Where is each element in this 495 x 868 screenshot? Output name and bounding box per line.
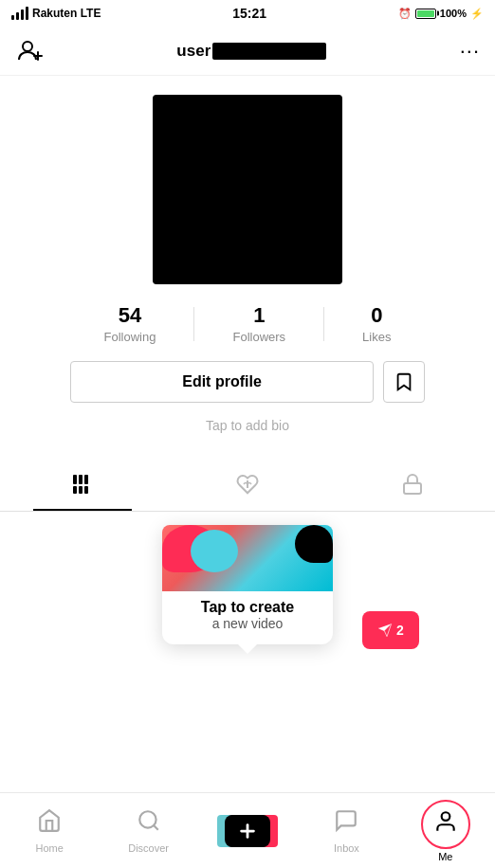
stat-followers[interactable]: 1 Followers [194, 303, 323, 344]
signal-icon [11, 7, 28, 20]
status-left: Rakuten LTE [11, 7, 101, 20]
badge-button[interactable]: 2 [362, 611, 419, 649]
me-label: Me [438, 851, 452, 862]
alarm-icon: ⏰ [398, 8, 412, 20]
following-count: 54 [119, 303, 141, 328]
carrier-label: Rakuten LTE [32, 7, 101, 20]
add-video-inner [225, 815, 270, 847]
send-icon [377, 623, 393, 638]
add-user-button[interactable] [15, 37, 44, 65]
me-icon [433, 809, 458, 840]
bookmark-icon [394, 371, 414, 392]
battery-indicator [415, 9, 436, 19]
time-label: 15:21 [232, 6, 266, 21]
svg-rect-3 [73, 475, 77, 484]
svg-rect-7 [79, 486, 82, 494]
heart-icon [236, 473, 259, 501]
create-video-tooltip[interactable]: Tap to create a new video [162, 525, 333, 644]
me-highlight-circle [421, 800, 470, 849]
nav-inbox[interactable]: Inbox [297, 801, 395, 861]
bookmark-button[interactable] [383, 361, 425, 403]
bottom-nav: Home Discover Inbox [0, 792, 495, 868]
inbox-icon [334, 808, 358, 839]
more-icon: ··· [460, 39, 480, 63]
svg-point-12 [139, 811, 156, 827]
likes-label: Likes [362, 330, 391, 344]
nav-discover[interactable]: Discover [99, 801, 197, 861]
lock-icon [401, 473, 424, 501]
svg-point-16 [441, 812, 449, 821]
home-icon [37, 808, 62, 839]
tabs-row [0, 461, 495, 512]
svg-rect-6 [73, 486, 77, 494]
discover-label: Discover [128, 842, 169, 854]
tab-liked[interactable] [165, 461, 330, 511]
username-redacted [212, 43, 326, 60]
nav-me[interactable]: Me [396, 800, 495, 862]
status-right: ⏰ 100% ⚡ [398, 8, 484, 20]
stat-following[interactable]: 54 Following [66, 303, 194, 344]
followers-label: Followers [232, 330, 285, 344]
tab-grid[interactable] [0, 461, 165, 511]
svg-rect-8 [84, 486, 88, 494]
svg-rect-4 [79, 475, 82, 484]
charging-icon: ⚡ [470, 8, 484, 20]
discover-icon [137, 808, 161, 839]
inbox-label: Inbox [334, 842, 359, 854]
tooltip-decoration [162, 525, 333, 591]
add-user-icon [15, 37, 44, 65]
tooltip-line2: a new video [181, 616, 314, 631]
svg-rect-10 [404, 483, 421, 494]
badge-count: 2 [396, 623, 404, 638]
nav-add[interactable] [198, 807, 297, 855]
more-options-button[interactable]: ··· [460, 39, 480, 63]
stats-row: 54 Following 1 Followers 0 Likes [0, 303, 495, 344]
username-area: user [44, 42, 460, 61]
tooltip-line1: Tap to create [181, 599, 314, 616]
username-prefix: user [176, 42, 211, 60]
svg-rect-5 [84, 475, 88, 484]
action-buttons: Edit profile [0, 361, 495, 403]
home-label: Home [36, 842, 64, 854]
svg-line-13 [154, 825, 158, 830]
avatar [153, 95, 342, 284]
edit-profile-button[interactable]: Edit profile [70, 361, 374, 403]
followers-count: 1 [253, 303, 265, 328]
status-bar: Rakuten LTE 15:21 ⏰ 100% ⚡ [0, 0, 495, 27]
grid-icon [71, 473, 94, 501]
header: user ··· [0, 27, 495, 76]
tab-private[interactable] [330, 461, 495, 511]
stat-likes[interactable]: 0 Likes [324, 303, 429, 344]
bio-placeholder[interactable]: Tap to add bio [206, 418, 289, 433]
profile-section: 54 Following 1 Followers 0 Likes Edit pr… [0, 76, 495, 461]
plus-icon [237, 821, 258, 841]
svg-point-0 [23, 42, 32, 51]
following-label: Following [104, 330, 156, 344]
nav-home[interactable]: Home [0, 801, 99, 861]
add-video-button[interactable] [225, 815, 270, 847]
battery-label: 100% [440, 8, 467, 19]
content-area: Tap to create a new video 2 [0, 512, 495, 701]
likes-count: 0 [371, 303, 382, 328]
